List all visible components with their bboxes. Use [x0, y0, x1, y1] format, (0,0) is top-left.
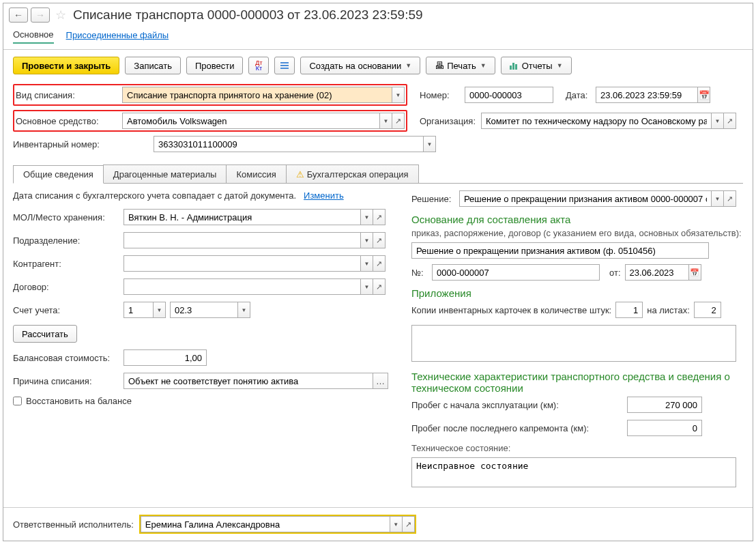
mol-label: МОЛ/Место хранения: — [13, 212, 119, 223]
state-label: Техническое состояние: — [411, 443, 743, 453]
dogovor-label: Договор: — [13, 282, 119, 292]
open-button[interactable]: ↗ — [724, 113, 736, 129]
schet-label: Счет учета: — [13, 305, 119, 315]
mileage2-input[interactable] — [627, 420, 702, 436]
restore-label: Восстановить на балансе — [26, 396, 132, 406]
basis-date-input[interactable] — [625, 264, 689, 281]
reports-button[interactable]: Отчеты▼ — [501, 57, 572, 74]
basis-num-input[interactable] — [432, 264, 600, 281]
open-button[interactable]: ↗ — [373, 209, 386, 225]
schet1-input[interactable] — [123, 302, 154, 318]
dropdown-button[interactable]: ▼ — [380, 113, 392, 129]
date-label: Дата: — [566, 90, 590, 100]
tab-general[interactable]: Общие сведения — [13, 165, 104, 184]
ot-label: от: — [609, 268, 621, 278]
open-button[interactable]: ↗ — [403, 516, 415, 532]
decision-input[interactable] — [459, 190, 712, 207]
create-on-basis-button[interactable]: Создать на основании▼ — [300, 57, 420, 74]
list-button[interactable] — [274, 57, 295, 74]
open-button[interactable]: ↗ — [373, 255, 386, 272]
tab-precious[interactable]: Драгоценные материалы — [103, 164, 227, 183]
responsible-label: Ответственный исполнитель: — [13, 519, 134, 530]
dropdown-button[interactable]: ▼ — [361, 255, 373, 272]
list-icon — [280, 62, 289, 69]
print-button[interactable]: 🖶Печать▼ — [426, 57, 495, 74]
dropdown-button[interactable]: ▼ — [154, 302, 166, 318]
calendar-button[interactable]: 📅 — [689, 264, 701, 281]
calendar-icon: 📅 — [699, 90, 710, 100]
subtab-main[interactable]: Основное — [13, 27, 54, 44]
dtkt-button[interactable]: ДтКт — [248, 57, 269, 74]
save-button[interactable]: Записать — [125, 57, 181, 74]
copies-label: Копии инвентарных карточек в количестве … — [411, 305, 611, 315]
chevron-down-icon: ▼ — [557, 62, 563, 69]
inv-label: Инвентарный номер: — [13, 139, 148, 149]
number-label: Номер: — [420, 90, 459, 100]
responsible-input[interactable] — [141, 516, 390, 532]
dropdown-button[interactable]: ▼ — [712, 190, 724, 207]
ellipsis-button[interactable]: … — [373, 373, 388, 389]
change-link[interactable]: Изменить — [304, 190, 344, 201]
subtab-files[interactable]: Присоединенные файлы — [66, 27, 169, 43]
calendar-button[interactable]: 📅 — [698, 87, 710, 103]
nav-forward-button[interactable]: → — [31, 8, 50, 23]
sheets-label: на листах: — [647, 305, 690, 315]
mileage1-label: Пробег с начала эксплуатации (км): — [411, 400, 623, 410]
open-button[interactable]: ↗ — [373, 232, 386, 248]
open-button[interactable]: ↗ — [392, 113, 405, 129]
reason-input[interactable] — [123, 373, 373, 389]
mileage2-label: Пробег после последнего капремонта (км): — [411, 423, 623, 433]
sheets-input[interactable] — [694, 302, 721, 318]
number-input[interactable] — [465, 87, 553, 103]
nav-back-button[interactable]: ← — [9, 8, 28, 23]
dtkt-icon: ДтКт — [255, 60, 262, 71]
open-button[interactable]: ↗ — [373, 278, 386, 295]
chevron-down-icon: ▼ — [405, 62, 411, 69]
dropdown-button[interactable]: ▼ — [392, 87, 405, 103]
basis-desc: приказ, распоряжение, договор (с указани… — [411, 228, 743, 238]
schet2-input[interactable] — [170, 302, 238, 318]
open-button[interactable]: ↗ — [724, 190, 736, 207]
vid-spisaniya-input[interactable] — [122, 87, 392, 103]
favorite-star-icon[interactable]: ☆ — [55, 8, 66, 23]
dogovor-input[interactable] — [123, 278, 361, 295]
calendar-icon: 📅 — [690, 268, 699, 277]
basis-input[interactable] — [411, 242, 709, 259]
warning-icon: ⚠ — [296, 169, 304, 180]
podr-label: Подразделение: — [13, 235, 119, 246]
page-title: Списание транспорта 0000-000003 от 23.06… — [73, 8, 423, 23]
reason-label: Причина списания: — [13, 376, 119, 386]
mileage1-input[interactable] — [627, 397, 702, 413]
dropdown-button[interactable]: ▼ — [361, 209, 373, 225]
num-label: №: — [411, 268, 428, 278]
inv-input[interactable] — [154, 136, 424, 152]
copies-input[interactable] — [615, 302, 643, 318]
decision-label: Решение: — [411, 194, 455, 204]
state-textarea[interactable]: Неисправное состояние — [411, 457, 736, 487]
restore-checkbox[interactable] — [13, 397, 22, 405]
dropdown-button[interactable]: ▼ — [390, 516, 403, 532]
dropdown-button[interactable]: ▼ — [238, 302, 250, 318]
attachments-textarea[interactable] — [411, 325, 736, 362]
tab-accounting[interactable]: ⚠Бухгалтерская операция — [286, 164, 419, 183]
post-button[interactable]: Провести — [186, 57, 244, 74]
podr-input[interactable] — [123, 232, 361, 248]
tech-section-title: Технические характеристики транспортного… — [411, 371, 743, 394]
printer-icon: 🖶 — [435, 60, 444, 71]
tab-commission[interactable]: Комиссия — [226, 164, 286, 183]
dropdown-button[interactable]: ▼ — [712, 113, 724, 129]
mol-input[interactable] — [123, 209, 361, 225]
attachments-title: Приложения — [411, 287, 743, 299]
post-and-close-button[interactable]: Провести и закрыть — [13, 57, 119, 74]
balance-label: Балансовая стоимость: — [13, 353, 119, 363]
dropdown-button[interactable]: ▼ — [424, 136, 436, 152]
balance-input[interactable] — [123, 349, 207, 366]
org-input[interactable] — [481, 113, 712, 129]
dropdown-button[interactable]: ▼ — [361, 232, 373, 248]
calculate-button[interactable]: Рассчитать — [13, 325, 77, 343]
date-input[interactable] — [596, 87, 698, 103]
os-input[interactable] — [122, 113, 380, 129]
dropdown-button[interactable]: ▼ — [361, 278, 373, 295]
kontr-input[interactable] — [123, 255, 361, 272]
note-text: Дата списания с бухгалтерского учета сов… — [13, 190, 296, 201]
